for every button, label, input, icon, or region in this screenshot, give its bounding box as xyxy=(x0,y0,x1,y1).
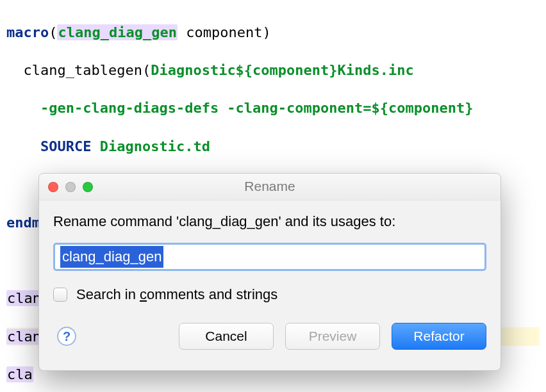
search-comments-label: Search in comments and strings xyxy=(76,285,277,304)
dialog-prompt: Rename command 'clang_diag_gen' and its … xyxy=(53,212,486,231)
help-button[interactable]: ? xyxy=(57,327,76,346)
search-comments-checkbox[interactable] xyxy=(53,288,67,302)
cancel-button[interactable]: Cancel xyxy=(179,323,274,350)
dialog-titlebar[interactable]: Rename xyxy=(39,174,500,200)
macro-name: clang_diag_gen xyxy=(57,24,177,40)
preview-button[interactable]: Preview xyxy=(285,323,380,350)
rename-dialog: Rename Rename command 'clang_diag_gen' a… xyxy=(38,173,501,371)
keyword-macro: macro xyxy=(6,24,49,40)
rename-input[interactable]: clang_diag_gen xyxy=(60,246,163,268)
refactor-button[interactable]: Refactor xyxy=(392,323,486,350)
rename-input-wrap[interactable]: clang_diag_gen xyxy=(53,243,486,271)
dialog-title: Rename xyxy=(39,177,500,195)
